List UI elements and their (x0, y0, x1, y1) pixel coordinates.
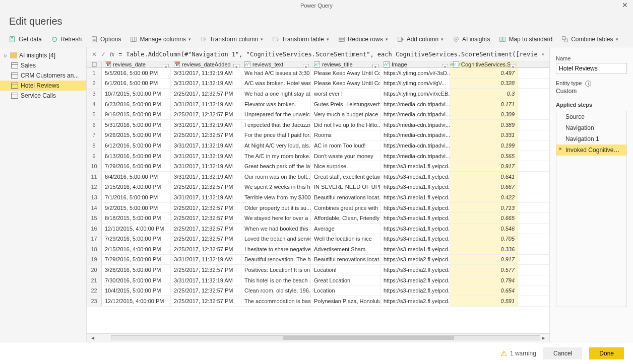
cell-image[interactable]: https://s3-media2.fl.yelpcd... (381, 265, 450, 275)
cell-image[interactable]: https://i.ytimg.com/vi/-3sD... (381, 68, 450, 78)
cell-image[interactable]: https://s3-media1.fl.yelpcd... (381, 224, 450, 234)
table-row[interactable]: 96/13/2016, 5:00:00 PM3/31/2017, 11:32:1… (87, 151, 549, 162)
row-number[interactable]: 11 (87, 172, 102, 182)
cell-reviews-title[interactable]: Average (311, 224, 381, 234)
cell-image[interactable]: https://s3-media2.fl.yelpcd... (381, 296, 450, 306)
cell-score[interactable]: 0.309 (450, 109, 518, 119)
close-icon[interactable]: ✕ (622, 1, 628, 9)
scroll-thumb[interactable] (283, 336, 454, 340)
table-row[interactable]: 217/30/2016, 5:00:00 PM3/31/2017, 11:32:… (87, 275, 549, 286)
cell-reviews-text[interactable]: This hotel is on the beach ... (241, 275, 311, 285)
cell-reviews-date[interactable]: 5/31/2016, 5:00:00 PM (102, 120, 171, 130)
cell-reviews-text[interactable]: Older property but it is su... (241, 203, 311, 213)
cell-reviews-date[interactable]: 6/23/2016, 5:00:00 PM (102, 99, 171, 109)
cell-score[interactable]: 0.422 (450, 192, 518, 202)
table-row[interactable]: 79/26/2015, 5:00:00 PM2/25/2017, 12:32:5… (87, 130, 549, 141)
cell-reviews-title[interactable]: Did not live up to the Hilto... (311, 120, 381, 130)
cell-reviews-text[interactable]: The accommodation is bas... (241, 296, 311, 306)
applied-step[interactable]: Invoked CognitiveSer... (556, 144, 626, 156)
table-row[interactable]: 203/26/2016, 5:00:00 PM2/25/2017, 12:32:… (87, 265, 549, 275)
cell-reviews-text[interactable]: At Night A/C very loud, als... (241, 140, 311, 151)
table-row[interactable]: 59/16/2015, 5:00:00 PM2/25/2017, 12:32:5… (87, 109, 549, 120)
row-number[interactable]: 10 (87, 161, 102, 171)
cell-reviews-title[interactable]: Affordable, Clean, Friendly ... (311, 213, 381, 223)
transform-table-button[interactable]: Transform table ▾ (268, 34, 333, 44)
any-type-icon[interactable]: ABC 123 (453, 61, 459, 67)
row-number[interactable]: 9 (87, 151, 102, 161)
column-filter-icon[interactable]: ▾ (510, 64, 516, 67)
cell-reviews-text[interactable]: Our room was on the bott... (241, 172, 311, 182)
row-number[interactable]: 21 (87, 275, 102, 285)
cell-score[interactable]: 0.591 (450, 296, 518, 306)
cell-reviews-text[interactable]: We spent 2 weeks in this h... (241, 182, 311, 192)
col-header-cognitive-score[interactable]: ABC 123 CognitiveServices.S... ▾ (450, 61, 518, 67)
formula-cancel-icon[interactable]: ✕ (92, 51, 97, 58)
ai-insights-button[interactable]: AI insights (449, 34, 494, 44)
cell-score[interactable]: 0.3 (450, 89, 518, 99)
text-type-icon[interactable]: Aᴮ (244, 61, 250, 67)
row-number[interactable]: 6 (87, 120, 102, 130)
cell-reviews-title[interactable]: worst ever ! (311, 89, 381, 99)
cell-reviews-date[interactable]: 10/7/2015, 5:00:00 PM (102, 89, 171, 99)
query-item[interactable]: Sales (0, 60, 86, 70)
cell-reviews-title[interactable]: Well the location is nice (311, 234, 381, 244)
table-row[interactable]: 158/18/2015, 5:00:00 PM2/25/2017, 12:32:… (87, 213, 549, 224)
cell-score[interactable]: 0.497 (450, 68, 518, 78)
table-row[interactable]: 182/15/2016, 4:00:00 PM2/25/2017, 12:32:… (87, 244, 549, 255)
cell-image[interactable]: https://s3-media1.fl.yelpcd... (381, 213, 450, 223)
refresh-button[interactable]: Refresh (47, 34, 86, 44)
cell-reviews-text[interactable]: Positives: Location! It is on ... (241, 265, 311, 275)
table-row[interactable]: 15/5/2016, 5:00:00 PM3/31/2017, 11:32:19… (87, 68, 549, 79)
row-number[interactable]: 4 (87, 99, 102, 109)
cell-reviews-dateadded[interactable]: 2/25/2017, 12:32:57 PM (171, 213, 241, 223)
cell-reviews-date[interactable]: 12/10/2015, 4:00:00 PM (102, 224, 171, 234)
cell-reviews-date[interactable]: 6/13/2016, 5:00:00 PM (102, 151, 171, 161)
row-number[interactable]: 18 (87, 244, 102, 254)
text-type-icon[interactable]: Aᴮ (384, 61, 390, 67)
cell-reviews-text[interactable]: We had A/C issues at 3:30 ... (241, 68, 311, 78)
cell-reviews-dateadded[interactable]: 3/31/2017, 11:32:19 AM (171, 161, 241, 171)
cell-reviews-dateadded[interactable]: 3/31/2017, 11:32:19 AM (171, 140, 241, 151)
cell-image[interactable]: https://s3-media1.fl.yelpcd... (381, 234, 450, 244)
cell-score[interactable]: 0.336 (450, 244, 518, 254)
row-number[interactable]: 3 (87, 89, 102, 99)
cell-reviews-text[interactable]: We stayed here for over a ... (241, 213, 311, 223)
row-number[interactable]: 17 (87, 234, 102, 244)
table-row[interactable]: 107/29/2016, 5:00:00 PM3/31/2017, 11:32:… (87, 161, 549, 172)
cell-reviews-title[interactable]: Please Keep Away Until Co... (311, 79, 381, 89)
cell-image[interactable]: https://media-cdn.tripadvi... (381, 120, 450, 130)
cell-score[interactable]: 0.667 (450, 182, 518, 192)
cell-reviews-date[interactable]: 7/29/2016, 5:00:00 PM (102, 255, 171, 265)
table-row[interactable]: 86/12/2016, 5:00:00 PM3/31/2017, 11:32:1… (87, 140, 549, 151)
cell-reviews-title[interactable]: Beautiful renovations locat... (311, 255, 381, 265)
cell-reviews-title[interactable]: AC in room Too loud! (311, 140, 381, 151)
cell-image[interactable]: https://s3-media1.fl.yelpcd... (381, 203, 450, 213)
datetime-type-icon[interactable]: 📅 (105, 61, 111, 67)
cell-reviews-title[interactable]: Great Location (311, 275, 381, 285)
cell-image[interactable]: https://s3-media2.fl.yelpcd... (381, 285, 450, 296)
cell-reviews-text[interactable]: For the price that I paid for... (241, 130, 311, 140)
cell-reviews-dateadded[interactable]: 3/31/2017, 11:32:19 AM (171, 99, 241, 109)
row-number[interactable]: 1 (87, 68, 102, 78)
cell-reviews-date[interactable]: 7/30/2016, 5:00:00 PM (102, 275, 171, 285)
row-number[interactable]: 23 (87, 296, 102, 306)
row-number[interactable]: 2 (87, 79, 102, 89)
query-item[interactable]: Hotel Reviews (0, 81, 86, 91)
cell-image[interactable]: https://media-cdn.tripadvi... (381, 99, 450, 109)
cell-score[interactable]: 0.577 (450, 265, 518, 275)
cell-reviews-title[interactable]: Gutes Preis- Leistungsverh... (311, 99, 381, 109)
row-number[interactable]: 13 (87, 192, 102, 202)
cell-reviews-text[interactable]: When we had booked this ... (241, 224, 311, 234)
cell-reviews-title[interactable]: Please Keep Away Until Co... (311, 68, 381, 78)
map-standard-button[interactable]: Map to standard (495, 34, 556, 44)
column-filter-icon[interactable]: ▾ (233, 64, 239, 67)
query-item[interactable]: CRM Customers an... (0, 70, 86, 81)
col-header-reviews-title[interactable]: Aᴮ reviews_title ▾ (311, 61, 381, 67)
col-header-image[interactable]: Aᴮ Image ▾ (381, 61, 450, 67)
cell-reviews-dateadded[interactable]: 2/25/2017, 12:32:57 PM (171, 244, 241, 254)
cell-reviews-title[interactable]: Combines great price with ... (311, 203, 381, 213)
cell-reviews-dateadded[interactable]: 3/31/2017, 11:32:19 AM (171, 275, 241, 285)
column-filter-icon[interactable]: ▾ (442, 64, 448, 67)
cell-reviews-text[interactable]: Loved the beach and service (241, 234, 311, 244)
combine-tables-button[interactable]: Combine tables ▾ (557, 34, 622, 44)
